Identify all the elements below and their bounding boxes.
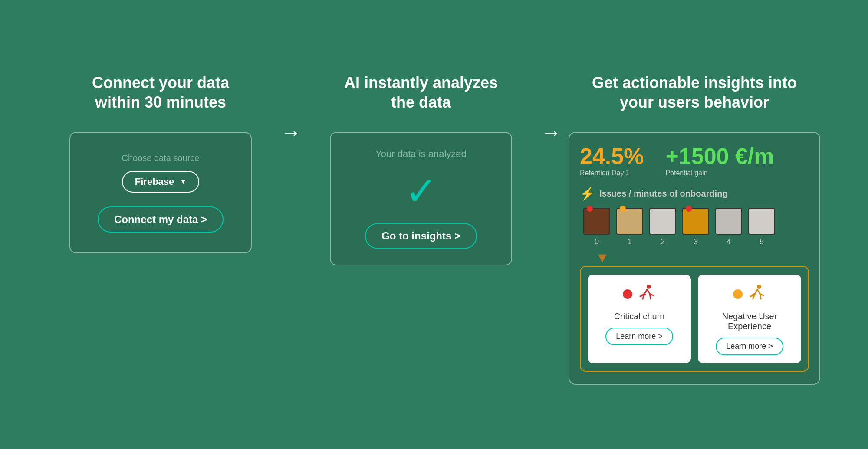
arrow-right-icon-1: → xyxy=(280,121,301,144)
retention-label: Retention Day 1 xyxy=(580,169,644,177)
metrics-row: 24.5% Retention Day 1 +1500 €/m Potentia… xyxy=(580,145,809,177)
issues-row: ⚡ Issues / minutes of onboarding xyxy=(580,187,809,201)
connect-button[interactable]: Connect my data > xyxy=(98,206,224,233)
ux-title: Negative User Experience xyxy=(722,311,777,331)
insight-cards: Critical churn Learn more > xyxy=(580,266,809,372)
bar-col-5: 5 xyxy=(748,208,775,246)
learn-more-churn-button[interactable]: Learn more > xyxy=(605,328,673,345)
ux-runner-icon xyxy=(747,282,766,305)
bar-block-0 xyxy=(583,208,610,235)
arrow-2: → xyxy=(534,73,569,144)
bar-label-0: 0 xyxy=(595,237,599,246)
ux-dot-icon xyxy=(733,289,743,299)
step-1: Connect your data within 30 minutes Choo… xyxy=(48,73,273,253)
step-3-card: 24.5% Retention Day 1 +1500 €/m Potentia… xyxy=(569,132,820,385)
metric-gain: +1500 €/m Potential gain xyxy=(665,145,774,177)
bar-col-3: 3 xyxy=(682,208,709,246)
churn-title: Critical churn xyxy=(614,311,665,321)
svg-point-2 xyxy=(757,285,761,289)
firebase-dropdown[interactable]: Firebase ▼ xyxy=(122,171,199,193)
svg-point-0 xyxy=(647,285,651,289)
bar-block-1 xyxy=(616,208,643,235)
bar-block-4 xyxy=(715,208,742,235)
bar-col-2: 2 xyxy=(649,208,676,246)
step-3: Get actionable insights into your users … xyxy=(569,73,820,385)
arrow-1: → xyxy=(273,73,308,144)
retention-value: 24.5% xyxy=(580,145,644,167)
bar-label-5: 5 xyxy=(760,237,764,246)
bar-col-0: 0 xyxy=(583,208,610,246)
bar-label-2: 2 xyxy=(661,237,665,246)
churn-runner-icon xyxy=(637,282,656,305)
main-container: Connect your data within 30 minutes Choo… xyxy=(22,64,846,385)
go-insights-button[interactable]: Go to insights > xyxy=(365,223,477,249)
firebase-label: Firebase xyxy=(135,176,174,187)
gain-label: Potential gain xyxy=(665,169,774,177)
bar-block-3 xyxy=(682,208,709,235)
step-2-heading: AI instantly analyzes the data xyxy=(344,73,498,116)
step-1-heading: Connect your data within 30 minutes xyxy=(92,73,229,116)
dot-red-3 xyxy=(686,206,692,212)
insight-card-churn: Critical churn Learn more > xyxy=(588,275,691,363)
bar-label-1: 1 xyxy=(628,237,632,246)
churn-dot-icon xyxy=(623,289,632,299)
data-source-label: Choose data source xyxy=(122,153,199,163)
ux-icons xyxy=(733,282,766,305)
bar-col-1: 1 xyxy=(616,208,643,246)
step-2-card: Your data is analyzed ✓ Go to insights > xyxy=(330,132,512,265)
lightning-icon: ⚡ xyxy=(580,187,595,201)
bar-label-4: 4 xyxy=(727,237,731,246)
analyzed-label: Your data is analyzed xyxy=(375,148,467,160)
step-3-heading: Get actionable insights into your users … xyxy=(569,73,820,116)
bar-chart: 0 1 2 3 xyxy=(580,208,809,246)
bar-block-5 xyxy=(748,208,775,235)
arrow-down-icon: ▼ xyxy=(580,250,809,266)
dot-orange-1 xyxy=(620,206,626,212)
learn-more-ux-button[interactable]: Learn more > xyxy=(716,338,783,355)
dot-red-0 xyxy=(587,206,593,212)
issues-label: Issues / minutes of onboarding xyxy=(599,189,728,199)
insight-card-ux: Negative User Experience Learn more > xyxy=(698,275,801,363)
step-1-card: Choose data source Firebase ▼ Connect my… xyxy=(69,132,252,253)
metric-retention: 24.5% Retention Day 1 xyxy=(580,145,644,177)
step-2: AI instantly analyzes the data Your data… xyxy=(308,73,534,265)
checkmark-icon: ✓ xyxy=(405,172,437,211)
bar-col-4: 4 xyxy=(715,208,742,246)
bar-block-2 xyxy=(649,208,676,235)
bar-label-3: 3 xyxy=(694,237,698,246)
gain-value: +1500 €/m xyxy=(665,145,774,167)
dropdown-arrow-icon: ▼ xyxy=(180,178,186,185)
arrow-right-icon-2: → xyxy=(541,121,562,144)
churn-icons xyxy=(623,282,656,305)
